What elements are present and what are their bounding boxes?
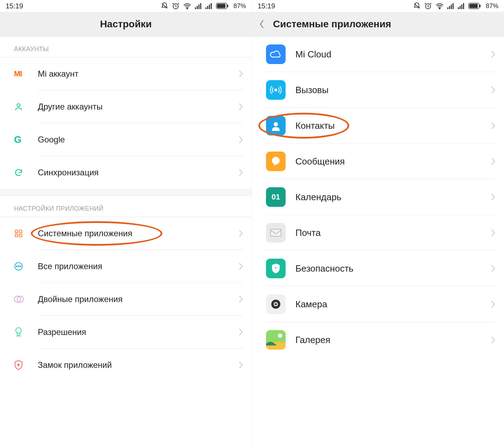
svg-rect-6 — [205, 7, 206, 9]
back-button[interactable] — [259, 19, 273, 29]
row-label: Mi Cloud — [295, 49, 491, 60]
row-mi-cloud[interactable]: Mi Cloud — [252, 36, 504, 72]
svg-rect-12 — [227, 5, 228, 7]
svg-rect-28 — [447, 7, 448, 9]
calendar-date-text: 01 — [272, 192, 280, 202]
row-system-apps[interactable]: Системные приложения — [0, 217, 252, 250]
row-mi-account[interactable]: MI Mi аккаунт — [0, 57, 252, 90]
row-mail[interactable]: Почта — [252, 215, 504, 251]
row-sync[interactable]: Синхронизация — [0, 156, 252, 189]
contact-icon — [266, 116, 286, 135]
svg-point-13 — [17, 104, 20, 107]
chevron-right-icon — [238, 103, 243, 111]
svg-rect-29 — [449, 6, 450, 9]
wifi-icon — [435, 2, 444, 9]
chat-icon — [266, 152, 286, 171]
svg-rect-38 — [479, 5, 481, 7]
shield-icon — [266, 259, 286, 278]
status-bar: 15:19 87% — [252, 0, 504, 12]
row-label: Замок приложений — [38, 360, 238, 370]
chevron-right-icon — [491, 193, 496, 201]
screen-system-apps: 15:19 87% Системные приложения Mi Cloud — [252, 0, 504, 448]
svg-rect-5 — [200, 3, 201, 9]
svg-point-24 — [16, 328, 21, 333]
row-camera[interactable]: Камера — [252, 286, 504, 322]
svg-rect-3 — [197, 6, 198, 9]
svg-rect-42 — [271, 229, 281, 236]
row-calls[interactable]: Вызовы — [252, 72, 504, 108]
chevron-right-icon — [238, 70, 243, 78]
chevron-right-icon — [491, 336, 496, 344]
svg-point-39 — [275, 89, 277, 91]
chevron-right-icon — [491, 121, 496, 130]
svg-point-21 — [20, 266, 21, 267]
svg-rect-37 — [469, 4, 478, 8]
screen-settings: 15:19 87% Настройки АККАУНТЫ MI Mi аккау… — [0, 0, 252, 448]
svg-point-46 — [278, 334, 282, 338]
row-security[interactable]: Безопасность — [252, 251, 504, 286]
row-label: Другие аккаунты — [38, 102, 238, 112]
status-icons: 87% — [413, 2, 498, 10]
gallery-icon — [266, 330, 286, 350]
signal-icon — [205, 3, 212, 9]
mi-logo-icon: MI — [14, 69, 22, 78]
svg-rect-7 — [207, 6, 208, 9]
row-google[interactable]: G Google — [0, 123, 252, 156]
row-permissions[interactable]: Разрешения — [0, 316, 252, 349]
mail-icon — [266, 223, 286, 243]
alarm-icon — [424, 2, 432, 10]
row-contacts[interactable]: Контакты — [252, 108, 504, 144]
row-gallery[interactable]: Галерея — [252, 322, 504, 358]
chevron-left-icon — [259, 19, 265, 29]
svg-rect-9 — [211, 3, 212, 9]
row-dual-apps[interactable]: Двойные приложения — [0, 283, 252, 316]
svg-point-19 — [16, 266, 17, 267]
svg-rect-31 — [453, 3, 454, 9]
svg-rect-35 — [463, 3, 464, 9]
alarm-icon — [172, 2, 180, 10]
person-icon — [14, 102, 23, 111]
svg-rect-16 — [15, 234, 18, 237]
camera-icon — [266, 294, 286, 314]
row-label: Галерея — [295, 335, 491, 345]
badge-icon — [14, 327, 23, 337]
bell-off-icon — [413, 2, 421, 10]
signal-icon — [458, 3, 465, 9]
svg-point-40 — [274, 122, 278, 126]
battery-icon — [216, 3, 229, 9]
row-app-lock[interactable]: Замок приложений — [0, 349, 252, 382]
row-label: Синхронизация — [38, 168, 238, 177]
section-accounts: АККАУНТЫ — [0, 36, 252, 57]
battery-percent: 87% — [233, 2, 246, 10]
status-bar: 15:19 87% — [0, 0, 252, 12]
wifi-icon — [183, 2, 191, 9]
battery-icon — [468, 3, 481, 9]
chevron-right-icon — [491, 229, 496, 237]
row-other-accounts[interactable]: Другие аккаунты — [0, 90, 252, 123]
signal-icon — [447, 3, 454, 9]
chevron-right-icon — [238, 168, 243, 177]
svg-point-45 — [275, 303, 277, 305]
row-all-apps[interactable]: Все приложения — [0, 250, 252, 283]
row-messages[interactable]: Сообщения — [252, 144, 504, 179]
section-app-settings: НАСТРОЙКИ ПРИЛОЖЕНИЙ — [0, 196, 252, 217]
row-calendar[interactable]: 01 Календарь — [252, 179, 504, 215]
bell-off-icon — [161, 2, 168, 10]
chevron-right-icon — [238, 135, 243, 144]
cloud-icon — [266, 44, 286, 64]
sync-icon — [14, 168, 23, 177]
row-label: Системные приложения — [38, 229, 238, 238]
row-label: Камера — [295, 299, 491, 310]
chevron-right-icon — [238, 361, 243, 369]
chevron-right-icon — [491, 50, 496, 58]
status-time: 15:19 — [258, 2, 275, 10]
shield-lock-icon — [14, 360, 23, 370]
chevron-right-icon — [238, 295, 243, 303]
page-title: Настройки — [100, 19, 152, 30]
page-title: Системные приложения — [273, 19, 391, 30]
broadcast-icon — [266, 80, 286, 100]
calendar-icon: 01 — [266, 187, 286, 207]
row-label: Mi аккаунт — [38, 69, 238, 79]
svg-rect-32 — [458, 7, 459, 9]
svg-rect-30 — [451, 5, 452, 9]
